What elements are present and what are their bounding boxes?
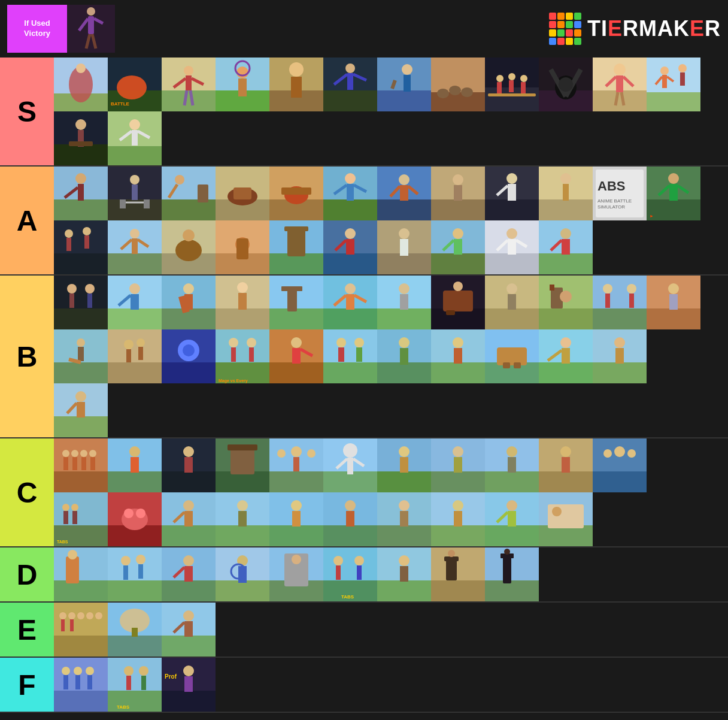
tier-card[interactable] — [431, 220, 485, 274]
tier-card[interactable] — [108, 438, 162, 492]
tier-card[interactable] — [108, 603, 162, 657]
tier-card[interactable] — [108, 547, 162, 601]
tier-card[interactable] — [269, 492, 323, 546]
tier-card[interactable] — [377, 438, 431, 492]
tier-card[interactable] — [269, 329, 323, 383]
tier-card[interactable] — [539, 58, 593, 111]
tier-card[interactable] — [323, 167, 377, 220]
tier-card[interactable] — [162, 58, 216, 111]
tier-card[interactable] — [647, 276, 700, 329]
tier-card[interactable]: TABS — [108, 658, 162, 712]
svg-rect-493 — [126, 676, 131, 690]
tier-card[interactable] — [485, 438, 539, 492]
tier-card[interactable] — [485, 58, 539, 111]
tier-card[interactable] — [539, 329, 593, 383]
tier-card[interactable] — [54, 276, 108, 329]
tier-card[interactable] — [108, 329, 162, 383]
tier-card[interactable] — [539, 276, 593, 329]
tier-card[interactable] — [162, 438, 216, 492]
tier-card[interactable] — [162, 547, 216, 601]
tier-card[interactable] — [593, 58, 647, 111]
svg-rect-281 — [269, 362, 323, 383]
tier-card[interactable] — [54, 438, 108, 492]
tier-card[interactable] — [162, 492, 216, 546]
tier-card[interactable] — [485, 220, 539, 274]
tier-card[interactable] — [269, 276, 323, 329]
tier-card[interactable] — [216, 492, 269, 546]
tier-card[interactable] — [539, 167, 593, 220]
tier-card[interactable] — [431, 58, 485, 111]
tier-card[interactable] — [216, 220, 269, 274]
tier-card[interactable] — [216, 438, 269, 492]
tier-card[interactable] — [377, 167, 431, 220]
tier-card[interactable] — [431, 492, 485, 546]
tier-card[interactable] — [108, 276, 162, 329]
tier-card[interactable] — [377, 220, 431, 274]
tier-card[interactable] — [593, 438, 647, 492]
tier-card[interactable] — [485, 492, 539, 546]
tier-card[interactable] — [216, 58, 269, 111]
tier-card[interactable] — [485, 547, 539, 601]
tier-card[interactable] — [108, 220, 162, 274]
tier-card[interactable] — [431, 329, 485, 383]
tier-card[interactable] — [431, 167, 485, 220]
tier-card[interactable] — [377, 547, 431, 601]
tier-card[interactable] — [377, 492, 431, 546]
tier-card[interactable] — [54, 383, 108, 437]
tier-card[interactable]: BATTLE — [108, 58, 162, 111]
tier-card[interactable] — [162, 329, 216, 383]
tier-card[interactable] — [269, 167, 323, 220]
tier-card[interactable] — [269, 220, 323, 274]
tier-card[interactable] — [54, 547, 108, 601]
tier-card[interactable] — [485, 276, 539, 329]
tier-card[interactable]: ► — [647, 167, 700, 220]
tier-card[interactable] — [269, 547, 323, 601]
tier-card[interactable] — [162, 220, 216, 274]
tier-card[interactable] — [323, 329, 377, 383]
tier-card[interactable] — [162, 276, 216, 329]
tier-card[interactable] — [54, 329, 108, 383]
tier-card[interactable]: Prof — [162, 658, 216, 712]
tier-card[interactable] — [323, 492, 377, 546]
tier-card[interactable]: TABS — [54, 492, 108, 546]
tier-card[interactable]: ABSANIME BATTLESIMULATOR — [593, 167, 647, 220]
tier-card[interactable] — [377, 58, 431, 111]
tier-card[interactable] — [54, 58, 108, 111]
tier-card[interactable] — [539, 492, 593, 546]
tier-card[interactable] — [431, 547, 485, 601]
tier-card[interactable] — [216, 547, 269, 601]
tier-card[interactable] — [54, 658, 108, 712]
tier-card[interactable] — [539, 438, 593, 492]
tier-card[interactable] — [216, 276, 269, 329]
tier-card[interactable] — [323, 276, 377, 329]
tier-card[interactable] — [593, 329, 647, 383]
tier-card[interactable]: TABS — [323, 547, 377, 601]
tier-card[interactable] — [54, 603, 108, 657]
tier-card[interactable]: Mage vs Every — [216, 329, 269, 383]
svg-point-479 — [183, 610, 194, 621]
tier-card[interactable] — [269, 438, 323, 492]
tier-card[interactable] — [323, 220, 377, 274]
tier-card[interactable] — [539, 220, 593, 274]
tier-card[interactable] — [108, 167, 162, 220]
tier-card[interactable] — [377, 276, 431, 329]
tier-card[interactable] — [54, 220, 108, 274]
tier-card[interactable] — [377, 329, 431, 383]
tier-card[interactable] — [162, 167, 216, 220]
tier-card[interactable] — [647, 58, 700, 111]
tier-card[interactable] — [485, 329, 539, 383]
tier-card[interactable] — [162, 603, 216, 657]
tier-card[interactable] — [431, 276, 485, 329]
tier-card[interactable] — [269, 58, 323, 111]
tier-card[interactable] — [323, 438, 377, 492]
tier-card[interactable] — [485, 167, 539, 220]
tier-card[interactable] — [593, 276, 647, 329]
tier-card[interactable] — [108, 111, 162, 165]
tier-card[interactable] — [108, 492, 162, 546]
svg-rect-300 — [485, 362, 539, 383]
tier-card[interactable] — [54, 167, 108, 220]
tier-card[interactable] — [54, 111, 108, 165]
tier-card[interactable] — [216, 167, 269, 220]
tier-card[interactable] — [431, 438, 485, 492]
tier-card[interactable] — [323, 58, 377, 111]
